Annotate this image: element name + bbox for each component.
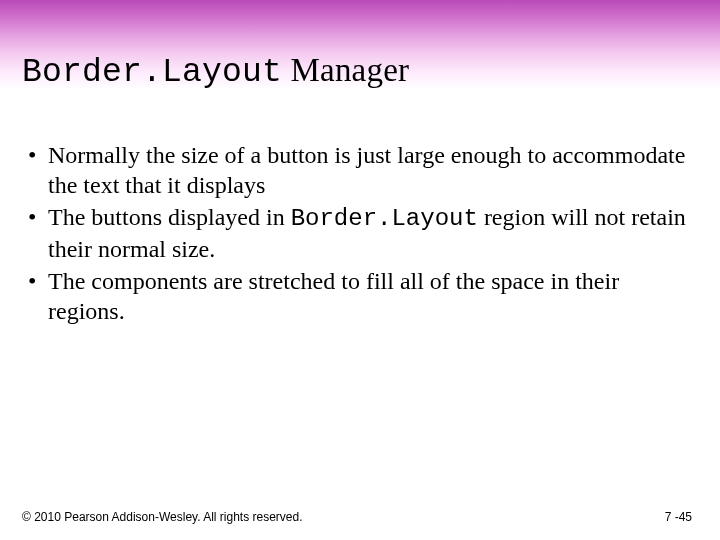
footer-copyright: © 2010 Pearson Addison-Wesley. All right…: [22, 510, 303, 524]
slide-body: Normally the size of a button is just la…: [22, 140, 698, 328]
bullet-code: Border.Layout: [291, 205, 478, 232]
bullet-list: Normally the size of a button is just la…: [22, 140, 698, 326]
list-item: The buttons displayed in Border.Layout r…: [22, 202, 698, 264]
bullet-text: Normally the size of a button is just la…: [48, 142, 685, 198]
bullet-text: The components are stretched to fill all…: [48, 268, 619, 324]
slide-title: Border.Layout Manager: [22, 52, 409, 91]
list-item: The components are stretched to fill all…: [22, 266, 698, 326]
bullet-text-pre: The buttons displayed in: [48, 204, 291, 230]
list-item: Normally the size of a button is just la…: [22, 140, 698, 200]
title-code-part: Border.Layout: [22, 54, 282, 91]
slide: Border.Layout Manager Normally the size …: [0, 0, 720, 540]
title-text-part: Manager: [282, 52, 409, 88]
footer-page-number: 7 -45: [665, 510, 692, 524]
